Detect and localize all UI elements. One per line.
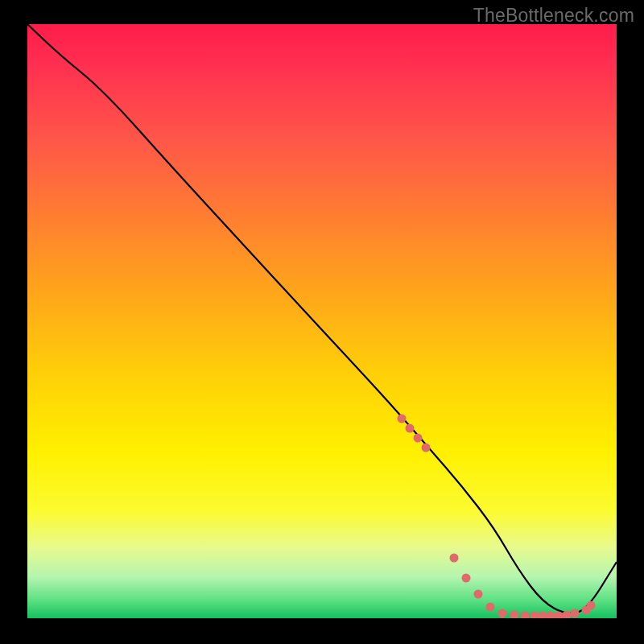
watermark-text: TheBottleneck.com [473, 5, 634, 27]
highlight-dot [474, 590, 483, 599]
chart-stage: TheBottleneck.com [0, 0, 644, 644]
highlight-dot [539, 612, 547, 619]
highlight-dot [571, 609, 580, 618]
highlight-dot [498, 609, 507, 618]
highlight-dot [486, 603, 495, 612]
plot-area [27, 24, 617, 618]
highlight-dot [414, 434, 423, 443]
chart-svg [27, 24, 617, 618]
highlight-markers [398, 415, 596, 619]
highlight-dot [450, 554, 459, 563]
highlight-dot [510, 611, 519, 619]
bottleneck-curve [27, 24, 617, 613]
highlight-dot [406, 424, 415, 433]
highlight-dot [422, 444, 431, 452]
highlight-dot [547, 612, 555, 619]
highlight-dot [521, 612, 530, 619]
highlight-dot [530, 612, 539, 619]
highlight-dot [462, 574, 471, 583]
highlight-dot [587, 601, 596, 610]
highlight-dot [398, 415, 407, 423]
